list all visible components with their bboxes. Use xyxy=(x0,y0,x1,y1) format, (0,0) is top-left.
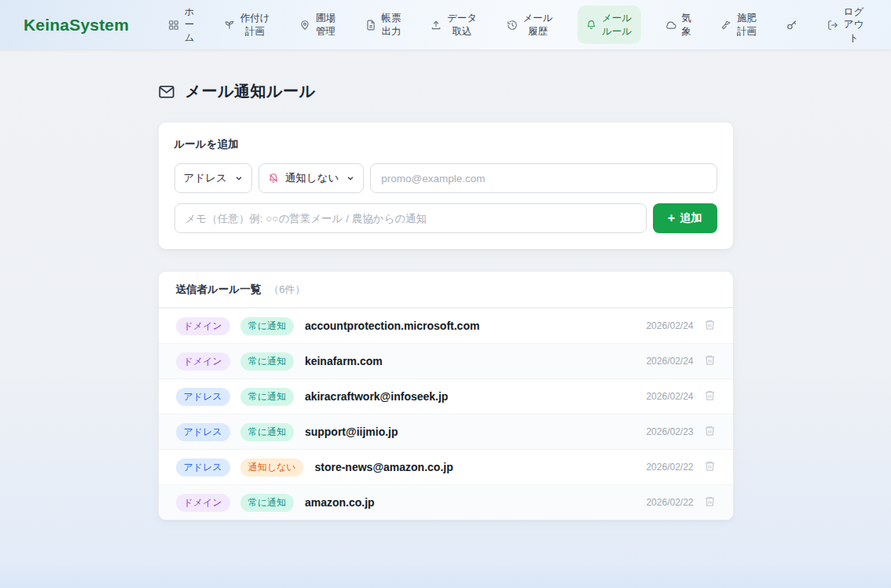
bell-icon xyxy=(586,20,596,30)
rule-value: support@iijmio.jp xyxy=(305,425,398,438)
action-badge: 常に通知 xyxy=(240,352,294,371)
table-row: アドレス 常に通知 akiracraftwork@infoseek.jp 202… xyxy=(159,378,733,414)
delete-rule-button[interactable] xyxy=(704,495,716,509)
nav-item-data-import[interactable]: データ取込 xyxy=(426,8,482,42)
add-rule-controls-row: アドレス 通知しない xyxy=(174,163,717,193)
add-rule-button-label: 追加 xyxy=(680,211,702,225)
delete-rule-button[interactable] xyxy=(704,389,716,404)
add-rule-title: ルールを追加 xyxy=(174,137,717,152)
nav-item-label: 帳票出力 xyxy=(381,12,402,38)
nav-item-label: 気象 xyxy=(681,12,692,38)
trash-icon xyxy=(704,425,716,439)
add-rule-card: ルールを追加 アドレス 通知しない + xyxy=(158,122,734,250)
logout-icon xyxy=(827,20,838,31)
sprout-icon xyxy=(224,20,235,31)
sender-rules-header: 送信者ルール一覧 （6件） xyxy=(159,272,733,308)
rule-date: 2026/02/22 xyxy=(646,497,693,508)
nav-item-label: データ取込 xyxy=(446,12,478,38)
action-badge: 通知しない xyxy=(240,458,304,477)
rule-action-select[interactable]: 通知しない xyxy=(258,163,364,193)
nav-item-mail-rules[interactable]: メールルール xyxy=(578,5,641,44)
rule-date: 2026/02/24 xyxy=(646,320,693,331)
sender-rules-count: （6件） xyxy=(269,283,305,297)
nav-item-label: メール履歴 xyxy=(522,12,554,38)
rule-date: 2026/02/22 xyxy=(646,462,693,473)
page-title: メール通知ルール xyxy=(185,81,316,102)
main-content: メール通知ルール ルールを追加 アドレス 通知しない xyxy=(158,81,734,520)
kind-badge: ドメイン xyxy=(176,317,230,335)
delete-rule-button[interactable] xyxy=(704,319,716,333)
history-icon xyxy=(507,20,518,31)
rule-date: 2026/02/24 xyxy=(646,356,693,367)
kind-badge: アドレス xyxy=(176,423,230,441)
nav-item-label: メールルール xyxy=(601,12,632,38)
action-badge: 常に通知 xyxy=(240,423,294,441)
nav-item-logout[interactable]: ログアウト xyxy=(823,2,869,48)
trash-icon xyxy=(704,460,716,474)
nav-item-label: ログアウト xyxy=(843,5,864,44)
nav-item-label: 作付け計画 xyxy=(240,12,271,38)
rule-value: store-news@amazon.co.jp xyxy=(314,461,453,473)
table-row: ドメイン 常に通知 accountprotection.microsoft.co… xyxy=(159,308,733,343)
nav-item-mail-history[interactable]: メール履歴 xyxy=(502,8,559,42)
plus-icon: + xyxy=(668,212,675,225)
action-badge: 常に通知 xyxy=(240,494,294,512)
rule-memo-input[interactable] xyxy=(174,203,647,233)
chevron-down-icon xyxy=(235,174,243,182)
rule-action-value: 通知しない xyxy=(285,171,339,185)
kind-badge: アドレス xyxy=(176,388,230,406)
table-row: アドレス 常に通知 support@iijmio.jp 2026/02/23 xyxy=(159,414,733,449)
upload-icon xyxy=(431,20,442,31)
rule-date: 2026/02/24 xyxy=(646,391,693,402)
rule-type-value: アドレス xyxy=(184,171,227,185)
sender-rules-card: 送信者ルール一覧 （6件） ドメイン 常に通知 accountprotectio… xyxy=(158,271,734,520)
rule-value: keinafarm.com xyxy=(305,355,383,367)
nav-list: ホーム 作付け計画 圃場管理 帳票出力 データ取込 xyxy=(163,2,869,48)
brand-logo[interactable]: KeinaSystem xyxy=(24,16,129,35)
action-badge: 常に通知 xyxy=(240,388,294,406)
nav-item-label: 施肥計画 xyxy=(736,12,757,38)
cloud-icon xyxy=(666,20,676,31)
delete-rule-button[interactable] xyxy=(704,425,716,439)
table-row: ドメイン 常に通知 keinafarm.com 2026/02/24 xyxy=(159,343,733,378)
mail-icon xyxy=(158,83,175,100)
nav-item-planting-plan[interactable]: 作付け計画 xyxy=(219,8,276,42)
rule-type-select[interactable]: アドレス xyxy=(174,163,252,193)
trowel-icon xyxy=(720,20,732,31)
page-header: メール通知ルール xyxy=(158,81,734,102)
delete-rule-button[interactable] xyxy=(704,460,716,474)
home-grid-icon xyxy=(168,20,179,31)
map-pin-icon xyxy=(299,20,310,31)
rule-value: amazon.co.jp xyxy=(305,496,375,509)
trash-icon xyxy=(704,354,716,368)
document-icon xyxy=(365,20,376,31)
delete-rule-button[interactable] xyxy=(704,354,716,368)
table-row: ドメイン 常に通知 amazon.co.jp 2026/02/22 xyxy=(159,484,733,520)
nav-item-field-management[interactable]: 圃場管理 xyxy=(295,8,341,42)
top-navigation: KeinaSystem ホーム 作付け計画 圃場管理 帳票出力 xyxy=(0,0,891,50)
nav-item-label: ホーム xyxy=(184,5,195,44)
chevron-down-icon xyxy=(346,174,354,182)
trash-icon xyxy=(704,495,716,509)
kind-badge: ドメイン xyxy=(176,352,230,371)
add-rule-button[interactable]: + 追加 xyxy=(653,203,717,233)
trash-icon xyxy=(704,389,716,404)
add-rule-memo-row: + 追加 xyxy=(174,203,717,233)
nav-item-password-key[interactable] xyxy=(781,15,803,35)
nav-item-label: 圃場管理 xyxy=(315,12,336,38)
key-icon xyxy=(786,19,798,31)
bell-slash-icon xyxy=(268,173,279,184)
nav-item-fertilizer-plan[interactable]: 施肥計画 xyxy=(716,8,762,42)
table-row: アドレス 通知しない store-news@amazon.co.jp 2026/… xyxy=(159,449,733,484)
rule-value: accountprotection.microsoft.com xyxy=(305,320,479,332)
sender-rules-title: 送信者ルール一覧 xyxy=(176,283,262,297)
trash-icon xyxy=(704,319,716,333)
action-badge: 常に通知 xyxy=(240,317,294,335)
nav-item-report-output[interactable]: 帳票出力 xyxy=(361,8,407,42)
nav-item-weather[interactable]: 気象 xyxy=(661,8,697,42)
kind-badge: アドレス xyxy=(176,458,230,477)
rule-target-input[interactable] xyxy=(370,163,717,193)
nav-item-home[interactable]: ホーム xyxy=(163,2,200,48)
rule-value: akiracraftwork@infoseek.jp xyxy=(305,390,449,403)
kind-badge: ドメイン xyxy=(176,494,230,512)
